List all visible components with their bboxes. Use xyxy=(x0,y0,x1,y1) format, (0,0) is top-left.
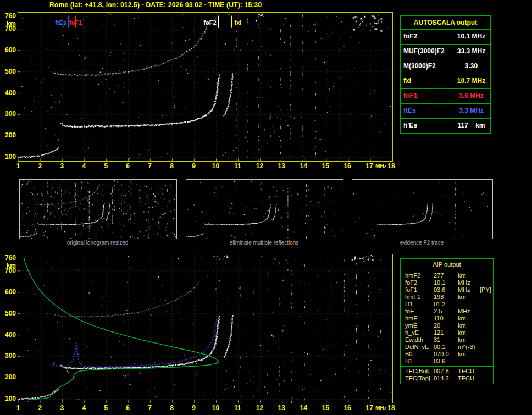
aip-extra xyxy=(480,344,493,351)
aip-extra xyxy=(480,279,493,286)
aip-value: 110 xyxy=(434,315,458,322)
aip-value: 03.6 xyxy=(434,286,458,294)
thumbnail-f2-trace xyxy=(352,179,493,239)
aip-row: D101.2 xyxy=(405,301,493,308)
aip-param: foE xyxy=(405,308,434,315)
autoscala-value: 3.6 MHz xyxy=(452,89,490,103)
x-axis-label: 4 xyxy=(78,162,90,170)
aip-unit: m^(-3) xyxy=(458,344,480,351)
x-axis-label: 2 xyxy=(34,162,46,170)
aip-row: foF103.6MHz[PY] xyxy=(405,286,493,294)
y-axis-label: 300 xyxy=(0,352,16,359)
x-axis-label: 17 xyxy=(363,404,375,412)
x-axis-label: 5 xyxy=(100,404,112,412)
x-axis-label: 6 xyxy=(122,162,134,170)
aip-extra xyxy=(480,336,493,344)
aip-row: B103.6 xyxy=(405,358,493,365)
aip-param: ymE xyxy=(405,322,434,329)
y-axis-label: 500 xyxy=(0,309,16,317)
aip-unit: km xyxy=(458,351,480,358)
aip-table-rows: hmF2277kmfoF210.1MHzfoF103.6MHz[PY]hmF11… xyxy=(401,270,493,366)
aip-row: ymE20km xyxy=(405,322,493,329)
x-axis-label: 14 xyxy=(297,162,309,170)
aip-param: foF2 xyxy=(405,279,434,286)
x-axis-label: 11 xyxy=(231,404,243,412)
aip-param: foF1 xyxy=(405,286,434,294)
x-axis-label: 4 xyxy=(78,404,90,412)
aip-unit: km xyxy=(458,322,480,329)
aip-extra xyxy=(480,308,493,315)
aip-unit xyxy=(458,358,480,365)
autoscala-param: foF1 xyxy=(401,89,452,103)
aip-param: hmE xyxy=(405,315,434,322)
x-axis-label: 18 xyxy=(385,404,397,412)
aip-param: hmF2 xyxy=(405,272,434,279)
x-axis-label: 5 xyxy=(100,162,112,170)
autoscala-row: h'Es117 km xyxy=(401,119,490,133)
thumbnail-original-ionogram xyxy=(19,179,177,239)
x-axis-label: 9 xyxy=(188,404,200,412)
aip-row: h_vE121km xyxy=(405,329,493,336)
autoscala-row: MUF(3000)F233.3 MHz xyxy=(401,45,490,59)
y-axis-label: 200 xyxy=(0,373,16,381)
x-axis-label: 13 xyxy=(275,404,287,412)
aip-value: 198 xyxy=(434,294,458,301)
x-axis-label: 10 xyxy=(209,162,221,170)
autoscala-row: M(3000)F23.30 xyxy=(401,59,490,74)
thumbnail-caption-original: original ionogram resized xyxy=(19,240,176,246)
aip-value: 070.0 xyxy=(434,351,458,358)
y-axis-label: 760 xyxy=(0,254,16,262)
aip-unit: km xyxy=(458,315,480,322)
autoscala-row: fxI10.7 MHz xyxy=(401,74,490,89)
top-ionogram-canvas: ftEsfoF1foF2fxI xyxy=(18,13,392,161)
x-axis-label: 16 xyxy=(341,162,353,170)
y-axis-label: 200 xyxy=(0,131,16,139)
aip-value: 03.6 xyxy=(434,358,458,365)
aip-value: 20 xyxy=(434,322,458,329)
aip-unit: km xyxy=(458,336,480,344)
aip-extra xyxy=(480,315,493,322)
aip-param: B1 xyxy=(405,358,434,365)
aip-param: h_vE xyxy=(405,329,434,336)
aip-unit: MHz xyxy=(458,286,480,294)
aip-row: hmE110km xyxy=(405,315,493,322)
aip-unit xyxy=(458,301,480,308)
x-axis-label: 10 xyxy=(209,404,221,412)
x-axis-label: 3 xyxy=(56,404,68,412)
aip-param: TEC[Top] xyxy=(405,375,434,382)
svg-text:ftEs: ftEs xyxy=(55,19,66,26)
aip-table-tec-rows: TEC[Bot]007.8TECUTEC[Top]014.2TECU xyxy=(401,366,493,384)
aip-value: 31 xyxy=(434,336,458,344)
aip-extra xyxy=(480,358,493,365)
aip-unit: MHz xyxy=(458,308,480,315)
autoscala-value: 10.7 MHz xyxy=(452,74,490,88)
x-axis-label: 8 xyxy=(166,404,178,412)
x-axis-label: 16 xyxy=(341,404,353,412)
autoscala-param: M(3000)F2 xyxy=(401,59,452,74)
autoscala-row: foF210.1 MHz xyxy=(401,30,490,45)
x-axis-label: 11 xyxy=(231,162,243,170)
thumbnail-f2-trace-canvas xyxy=(352,180,492,239)
autoscala-value: 3.3 MHz xyxy=(452,104,490,118)
autoscala-output-table: AUTOSCALA output foF210.1 MHzMUF(3000)F2… xyxy=(400,15,491,134)
y-axis-unit: km xyxy=(0,20,16,27)
aip-row: foF210.1MHz xyxy=(405,279,493,286)
autoscala-param: foF2 xyxy=(401,30,452,44)
aip-extra: [PY] xyxy=(480,286,493,294)
x-axis-label: 8 xyxy=(166,162,178,170)
x-axis-label: 17 xyxy=(363,162,375,170)
svg-text:foF1: foF1 xyxy=(69,19,82,26)
autoscala-row: ftEs3.3 MHz xyxy=(401,104,490,119)
x-axis-label: 1 xyxy=(12,162,24,170)
x-axis-label: 18 xyxy=(385,162,397,170)
aip-unit: km xyxy=(458,294,480,301)
aip-value: 121 xyxy=(434,329,458,336)
y-axis-label: 600 xyxy=(0,46,16,54)
x-axis-label: 1 xyxy=(12,404,24,412)
x-axis-label: 7 xyxy=(144,404,156,412)
aip-param: hmF1 xyxy=(405,294,434,301)
aip-param: TEC[Bot] xyxy=(405,368,434,375)
aip-value: 01.2 xyxy=(434,301,458,308)
bottom-ionogram-canvas xyxy=(18,254,392,403)
aip-extra xyxy=(480,351,493,358)
